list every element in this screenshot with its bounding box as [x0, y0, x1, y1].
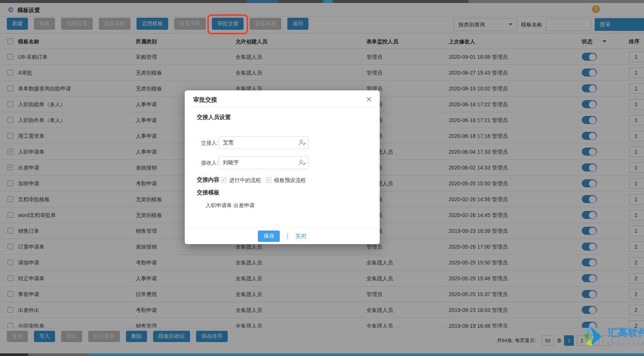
modal-title: 审批交接: [193, 96, 217, 104]
strip-segment: [247, 0, 277, 3]
checkbox-preset-flows[interactable]: ✓: [266, 177, 271, 183]
watermark-text: 汇高软件 软件是银 服务是金: [607, 326, 644, 347]
check-icon: ✓: [266, 177, 271, 182]
strip-segment: [469, 0, 644, 3]
bottom-edge-strip: [0, 353, 644, 356]
handover-person-input[interactable]: [219, 136, 308, 149]
section-handover-content: 交接内容: [197, 176, 219, 183]
watermark-slogan: 软件是银 服务是金: [607, 341, 644, 347]
checkbox-running-flows-label: 进行中的流程: [229, 177, 261, 184]
modal-title-divider: [189, 107, 375, 107]
strip-segment: [28, 353, 89, 356]
close-link[interactable]: 关闭: [295, 233, 307, 240]
handover-person-label: 交接人:: [201, 140, 218, 147]
check-icon: ✓: [221, 177, 226, 182]
add-person-icon[interactable]: [298, 159, 306, 167]
browser-edge-strip: [0, 0, 644, 3]
pinwheel-logo-icon: [582, 321, 607, 351]
watermark-brand: 汇高软件: [607, 326, 644, 339]
approval-handover-modal: 审批交接 ✕ 交接人员设置 交接人: 接收人: 交接内容 ✓ 进行中的流程 ✓ …: [185, 90, 380, 244]
modal-footer: 保存 | 关闭: [185, 231, 380, 242]
section-handover-people: 交接人员设置: [197, 114, 231, 121]
footer-separator: |: [287, 233, 288, 240]
template-settings-page: ⚙ 模板设置 ? 新建 修改 流程设置 设置存档 启用模板 设置关联 审批交接 …: [0, 0, 644, 356]
strip-segment: [323, 0, 333, 3]
save-button[interactable]: 保存: [258, 231, 280, 242]
checkbox-preset-flows-label: 模板预设流程: [274, 177, 306, 184]
section-handover-templates: 交接模板: [197, 189, 219, 196]
add-person-icon[interactable]: [298, 139, 306, 147]
vendor-watermark: 汇高软件 软件是银 服务是金: [582, 318, 644, 354]
handover-template-list: 入职申请单 出差申请: [205, 202, 255, 209]
modal-footer-divider: [185, 227, 380, 228]
close-icon[interactable]: ✕: [366, 95, 372, 104]
checkbox-running-flows[interactable]: ✓: [221, 177, 227, 183]
receiver-person-input[interactable]: [219, 156, 308, 169]
strip-segment: [0, 353, 28, 356]
receiver-person-label: 接收人:: [201, 160, 218, 167]
